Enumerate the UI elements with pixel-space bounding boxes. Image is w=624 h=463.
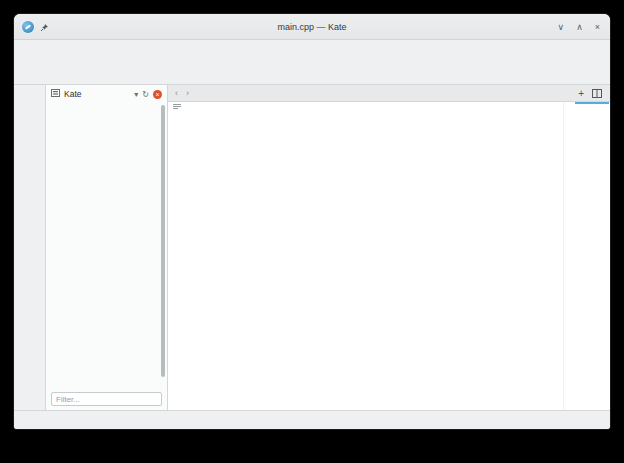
titlebar[interactable]: main.cpp — Kate ∨ ∧ ×	[14, 14, 610, 40]
tab-bar: ‹ › +	[168, 85, 610, 102]
code-view[interactable]	[168, 113, 563, 410]
split-view-icon[interactable]	[592, 84, 602, 102]
nav-back-icon[interactable]: ‹	[175, 88, 178, 98]
minimap-marks	[577, 104, 609, 404]
left-sidebar-strip	[14, 85, 46, 410]
project-close-icon[interactable]: ×	[153, 90, 162, 99]
editor	[168, 102, 563, 410]
project-panel: Kate ▾ ↻ ×	[46, 85, 168, 410]
breadcrumb-menu-icon[interactable]	[173, 103, 181, 112]
project-panel-icon	[51, 89, 60, 99]
window-title: main.cpp — Kate	[14, 22, 610, 32]
minimize-icon[interactable]: ∨	[558, 22, 565, 32]
maximize-icon[interactable]: ∧	[576, 22, 583, 32]
nav-forward-icon[interactable]: ›	[186, 88, 189, 98]
kate-app-icon	[22, 21, 34, 33]
project-panel-header: Kate ▾ ↻ ×	[46, 85, 167, 103]
project-tree	[46, 103, 167, 389]
minimap-viewport[interactable]	[575, 102, 609, 104]
project-reload-icon[interactable]: ↻	[142, 90, 149, 99]
minimap-scrollbar[interactable]	[563, 102, 610, 410]
breadcrumb	[168, 102, 563, 113]
status-bar	[14, 410, 610, 429]
close-icon[interactable]: ×	[595, 22, 600, 32]
tree-filter-input[interactable]	[51, 392, 162, 406]
toolbar	[14, 59, 610, 85]
menu-bar	[14, 40, 610, 59]
tree-scrollbar[interactable]	[161, 105, 165, 377]
screenshot-stage: main.cpp — Kate ∨ ∧ × Kate ▾ ↻	[0, 0, 624, 463]
project-dropdown-icon[interactable]: ▾	[134, 90, 138, 99]
kate-window: main.cpp — Kate ∨ ∧ × Kate ▾ ↻	[14, 14, 610, 429]
project-selector[interactable]: Kate	[64, 89, 82, 99]
window-controls: ∨ ∧ ×	[558, 22, 610, 32]
new-tab-button[interactable]: +	[578, 88, 584, 99]
